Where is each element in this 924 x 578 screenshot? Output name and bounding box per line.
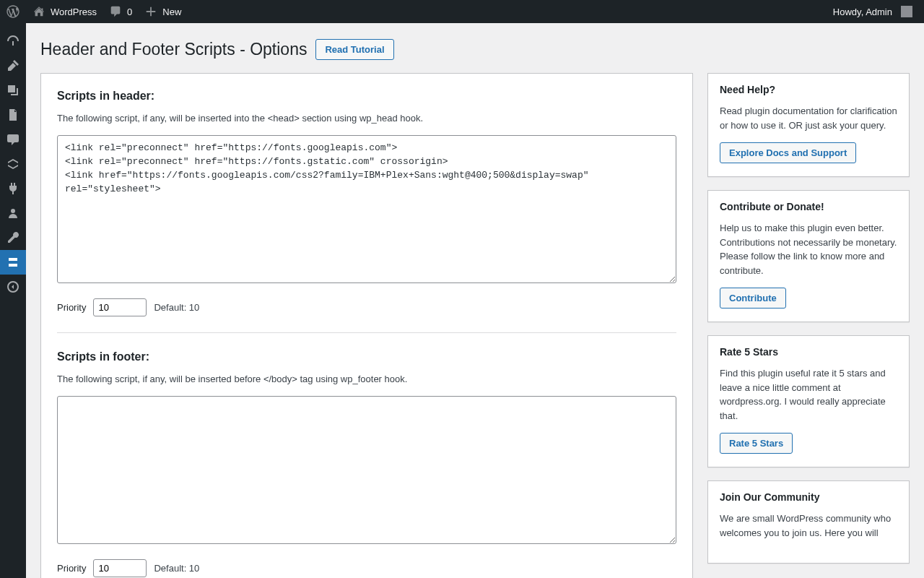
- footer-priority-input[interactable]: [93, 559, 147, 577]
- menu-posts[interactable]: [0, 53, 26, 78]
- rate-button[interactable]: Rate 5 Stars: [720, 433, 793, 454]
- footer-priority-label: Priority: [57, 563, 86, 574]
- site-name-label: WordPress: [51, 7, 97, 17]
- explore-docs-button[interactable]: Explore Docs and Support: [720, 142, 856, 163]
- footer-scripts-description: The following script, if any, will be in…: [57, 374, 676, 384]
- menu-tools[interactable]: [0, 225, 26, 250]
- community-box: Join Our Community We are small WordPres…: [707, 480, 910, 564]
- greeting-label: Howdy, Admin: [833, 7, 892, 17]
- footer-scripts-textarea[interactable]: [57, 396, 676, 544]
- content-wrap: Header and Footer Scripts - Options Read…: [26, 23, 924, 578]
- header-scripts-description: The following script, if any, will be in…: [57, 113, 676, 124]
- header-priority-label: Priority: [57, 302, 86, 313]
- new-label: New: [162, 7, 181, 17]
- header-scripts-textarea[interactable]: [57, 135, 676, 283]
- main-panel: Scripts in header: The following script,…: [40, 73, 693, 578]
- help-body: Read plugin documentation for clarificat…: [720, 104, 897, 132]
- contribute-box: Contribute or Donate! Help us to make th…: [707, 190, 910, 322]
- header-priority-input[interactable]: [93, 298, 147, 316]
- wp-logo[interactable]: [0, 0, 26, 23]
- community-title: Join Our Community: [720, 491, 897, 503]
- admin-bar: WordPress 0 New Howdy, Admin: [0, 0, 924, 23]
- my-account-link[interactable]: Howdy, Admin: [827, 0, 918, 23]
- menu-users[interactable]: [0, 201, 26, 225]
- community-body: We are small WordPress community who wel…: [720, 512, 897, 540]
- help-box: Need Help? Read plugin documentation for…: [707, 73, 910, 177]
- header-scripts-heading: Scripts in header:: [57, 90, 676, 103]
- plus-icon: [144, 4, 158, 19]
- read-tutorial-button[interactable]: Read Tutorial: [315, 39, 393, 60]
- rate-body: Find this plugin useful rate it 5 stars …: [720, 366, 897, 423]
- contribute-title: Contribute or Donate!: [720, 201, 897, 212]
- contribute-body: Help us to make this plugin even better.…: [720, 221, 897, 277]
- comment-icon: [108, 4, 123, 19]
- menu-media[interactable]: [0, 78, 26, 103]
- rate-box: Rate 5 Stars Find this plugin useful rat…: [707, 335, 910, 467]
- page-title: Header and Footer Scripts - Options: [40, 40, 307, 59]
- section-divider: [57, 332, 676, 333]
- home-icon: [32, 4, 46, 19]
- menu-comments[interactable]: [0, 127, 26, 152]
- footer-scripts-heading: Scripts in footer:: [57, 350, 676, 363]
- comments-link[interactable]: 0: [103, 0, 138, 23]
- menu-collapse[interactable]: [0, 275, 26, 299]
- menu-pages[interactable]: [0, 103, 26, 127]
- new-content-link[interactable]: New: [138, 0, 187, 23]
- menu-appearance[interactable]: [0, 152, 26, 176]
- menu-plugins[interactable]: [0, 176, 26, 201]
- rate-title: Rate 5 Stars: [720, 346, 897, 358]
- menu-dashboard[interactable]: [0, 29, 26, 53]
- menu-settings[interactable]: [0, 250, 26, 275]
- wordpress-logo-icon: [6, 4, 20, 19]
- header-priority-default: Default: 10: [154, 302, 199, 313]
- footer-priority-default: Default: 10: [154, 563, 199, 574]
- avatar: [901, 6, 912, 17]
- comments-count: 0: [127, 7, 132, 17]
- contribute-button[interactable]: Contribute: [720, 288, 786, 309]
- site-name-link[interactable]: WordPress: [26, 0, 103, 23]
- help-title: Need Help?: [720, 84, 897, 95]
- admin-menu: [0, 23, 26, 578]
